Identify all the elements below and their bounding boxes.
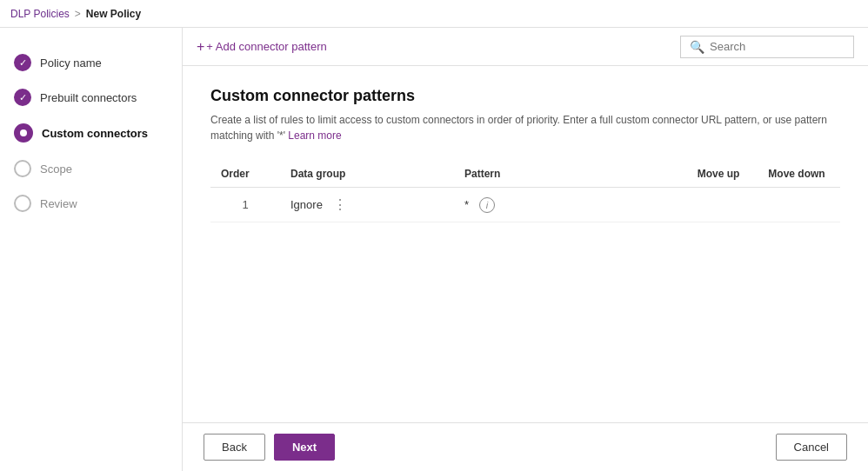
col-header-moveup: Move up — [684, 161, 753, 188]
checkmark-icon: ✓ — [19, 57, 27, 69]
col-header-datagroup: Data group — [280, 161, 454, 188]
table-row: 1 Ignore ⋮ * i — [210, 188, 840, 222]
step-circle-policy-name: ✓ — [14, 54, 31, 71]
learn-more-link[interactable]: Learn more — [288, 129, 341, 142]
info-icon[interactable]: i — [479, 197, 495, 213]
sidebar-label-prebuilt-connectors: Prebuilt connectors — [40, 91, 137, 104]
row-pattern-value: * — [464, 198, 469, 211]
step-circle-prebuilt-connectors: ✓ — [14, 89, 31, 106]
plus-icon: + — [197, 39, 204, 55]
search-icon: 🔍 — [690, 40, 704, 54]
sidebar-label-scope: Scope — [40, 163, 72, 176]
step-circle-custom-connectors — [14, 123, 33, 143]
sidebar-item-review[interactable]: Review — [0, 186, 182, 221]
sidebar-label-review: Review — [40, 197, 77, 210]
row-moveup — [684, 188, 753, 222]
sidebar-label-custom-connectors: Custom connectors — [42, 127, 148, 140]
checkmark-icon-2: ✓ — [19, 92, 27, 103]
sidebar-item-scope[interactable]: Scope — [0, 151, 182, 186]
page-title: Custom connector patterns — [210, 87, 840, 105]
footer-left: Back Next — [204, 434, 335, 461]
next-button[interactable]: Next — [274, 434, 335, 461]
row-movedown — [753, 188, 840, 222]
row-actions: Ignore ⋮ — [290, 196, 444, 213]
sidebar-item-prebuilt-connectors[interactable]: ✓ Prebuilt connectors — [0, 80, 182, 115]
cancel-button[interactable]: Cancel — [776, 434, 847, 461]
table-header-row: Order Data group Pattern Move up Move do… — [210, 161, 840, 188]
row-pattern: * i — [454, 188, 684, 222]
row-datagroup-label: Ignore — [290, 198, 323, 211]
col-header-order: Order — [210, 161, 280, 188]
active-dot-icon — [20, 129, 27, 136]
search-input[interactable] — [710, 40, 845, 53]
row-order: 1 — [210, 188, 280, 222]
row-datagroup: Ignore ⋮ — [280, 188, 454, 222]
main-layout: ✓ Policy name ✓ Prebuilt connectors Cust… — [0, 28, 868, 471]
top-bar: DLP Policies > New Policy — [0, 0, 868, 28]
footer: Back Next Cancel — [183, 422, 868, 471]
connector-table: Order Data group Pattern Move up Move do… — [210, 161, 840, 222]
breadcrumb-parent[interactable]: DLP Policies — [10, 8, 70, 20]
breadcrumb-separator: > — [75, 8, 81, 20]
page-content: Custom connector patterns Create a list … — [183, 66, 868, 422]
col-header-pattern: Pattern — [454, 161, 684, 188]
sidebar-label-policy-name: Policy name — [40, 56, 102, 70]
add-connector-label: + Add connector pattern — [206, 40, 326, 53]
sidebar: ✓ Policy name ✓ Prebuilt connectors Cust… — [0, 28, 183, 471]
toolbar: + + Add connector pattern 🔍 — [183, 28, 868, 66]
page-description: Create a list of rules to limit access t… — [210, 112, 840, 143]
add-connector-button[interactable]: + + Add connector pattern — [197, 39, 327, 55]
step-circle-review — [14, 195, 31, 212]
row-actions-menu-icon[interactable]: ⋮ — [333, 196, 348, 213]
sidebar-item-custom-connectors[interactable]: Custom connectors — [0, 115, 182, 151]
step-circle-scope — [14, 160, 31, 177]
col-header-movedown: Move down — [753, 161, 840, 188]
breadcrumb-current: New Policy — [86, 8, 141, 20]
back-button[interactable]: Back — [204, 434, 265, 461]
sidebar-item-policy-name[interactable]: ✓ Policy name — [0, 45, 182, 80]
search-box[interactable]: 🔍 — [680, 36, 854, 58]
content-area: + + Add connector pattern 🔍 Custom conne… — [183, 28, 868, 471]
